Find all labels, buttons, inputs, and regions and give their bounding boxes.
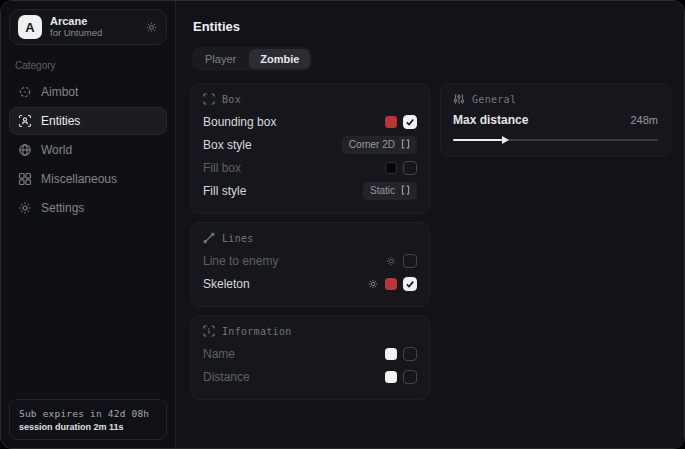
row-distance: Distance bbox=[203, 365, 417, 388]
tab-zombie[interactable]: Zombie bbox=[249, 49, 310, 69]
app-subtitle: for Untumed bbox=[50, 28, 102, 39]
sliders-icon bbox=[453, 93, 465, 105]
sidebar-item-world[interactable]: World bbox=[9, 136, 167, 164]
main-area: Entities Player Zombie Box bbox=[176, 1, 684, 448]
skeleton-settings-gear-icon[interactable] bbox=[367, 278, 379, 290]
color-swatch[interactable] bbox=[385, 162, 397, 174]
app-logo: A bbox=[18, 15, 42, 39]
bounding-box-icon bbox=[203, 93, 215, 105]
row-skeleton: Skeleton bbox=[203, 272, 417, 295]
app-card: A Arcane for Untumed bbox=[9, 9, 167, 45]
sidebar: A Arcane for Untumed Category Ai bbox=[1, 1, 176, 448]
panel-title: General bbox=[472, 94, 516, 105]
app-window: A Arcane for Untumed Category Ai bbox=[0, 0, 685, 449]
row-line-to-enemy: Line to enemy bbox=[203, 249, 417, 272]
line-to-enemy-checkbox[interactable] bbox=[403, 254, 417, 268]
fill-box-checkbox[interactable] bbox=[403, 161, 417, 175]
color-swatch[interactable] bbox=[385, 116, 397, 128]
box-panel: Box Bounding box Box style bbox=[190, 83, 430, 214]
page-title: Entities bbox=[193, 19, 671, 34]
slider-thumb[interactable] bbox=[502, 136, 509, 144]
line-icon bbox=[203, 232, 215, 244]
row-max-distance: Max distance 248m bbox=[453, 110, 658, 130]
session-duration-text: session duration 2m 11s bbox=[19, 422, 157, 432]
sidebar-item-label: Aimbot bbox=[41, 85, 78, 99]
panel-title: Information bbox=[222, 326, 292, 337]
fill-style-dropdown[interactable]: Static bbox=[363, 182, 417, 200]
unfold-icon bbox=[401, 139, 410, 151]
subscription-card: Sub expires in 42d 08h session duration … bbox=[9, 399, 167, 440]
sidebar-item-label: World bbox=[41, 143, 72, 157]
box-style-dropdown[interactable]: Corner 2D bbox=[342, 136, 417, 154]
tab-player[interactable]: Player bbox=[194, 49, 247, 69]
general-panel: General Max distance 248m bbox=[440, 83, 671, 157]
unfold-icon bbox=[401, 185, 410, 197]
sidebar-item-label: Miscellaneous bbox=[41, 172, 117, 186]
max-distance-slider-fill bbox=[453, 139, 502, 141]
grid-icon bbox=[18, 172, 32, 186]
gear-icon[interactable] bbox=[145, 21, 158, 34]
row-fill-style: Fill style Static bbox=[203, 179, 417, 202]
entity-scan-icon bbox=[18, 114, 32, 128]
information-panel: Information Name Distance bbox=[190, 315, 430, 400]
line-settings-gear-icon[interactable] bbox=[385, 255, 397, 267]
distance-checkbox[interactable] bbox=[403, 370, 417, 384]
name-checkbox[interactable] bbox=[403, 347, 417, 361]
color-swatch[interactable] bbox=[385, 348, 397, 360]
sidebar-item-entities[interactable]: Entities bbox=[9, 107, 167, 135]
crosshair-icon bbox=[18, 85, 32, 99]
tab-group: Player Zombie bbox=[192, 47, 312, 71]
sub-expires-text: Sub expires in 42d 08h bbox=[19, 408, 157, 419]
sidebar-item-label: Entities bbox=[41, 114, 80, 128]
sidebar-item-aimbot[interactable]: Aimbot bbox=[9, 78, 167, 106]
sidebar-item-label: Settings bbox=[41, 201, 84, 215]
panel-title: Box bbox=[222, 94, 241, 105]
row-bounding-box: Bounding box bbox=[203, 110, 417, 133]
max-distance-slider[interactable] bbox=[453, 135, 658, 145]
panel-title: Lines bbox=[222, 233, 254, 244]
skeleton-checkbox[interactable] bbox=[403, 277, 417, 291]
color-swatch[interactable] bbox=[385, 278, 397, 290]
row-fill-box: Fill box bbox=[203, 156, 417, 179]
globe-icon bbox=[18, 143, 32, 157]
color-swatch[interactable] bbox=[385, 371, 397, 383]
sidebar-item-settings[interactable]: Settings bbox=[9, 194, 167, 222]
sidebar-nav: Aimbot Entities World bbox=[9, 78, 167, 222]
info-scan-icon bbox=[203, 325, 215, 337]
gear-icon bbox=[18, 201, 32, 215]
row-box-style: Box style Corner 2D bbox=[203, 133, 417, 156]
bounding-box-checkbox[interactable] bbox=[403, 115, 417, 129]
row-name: Name bbox=[203, 342, 417, 365]
lines-panel: Lines Line to enemy bbox=[190, 222, 430, 307]
sidebar-item-miscellaneous[interactable]: Miscellaneous bbox=[9, 165, 167, 193]
max-distance-value: 248m bbox=[630, 114, 658, 126]
category-label: Category bbox=[15, 60, 161, 71]
app-title: Arcane bbox=[50, 15, 102, 28]
